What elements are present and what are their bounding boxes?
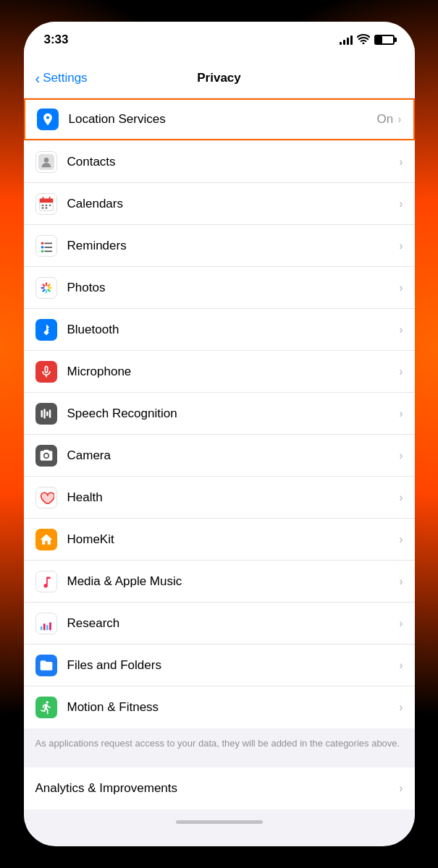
svg-line-26 — [43, 289, 44, 291]
contacts-label: Contacts — [67, 155, 400, 169]
back-button[interactable]: ‹ Settings — [35, 71, 88, 85]
files-chevron-icon: › — [399, 659, 403, 672]
svg-point-1 — [43, 158, 48, 162]
svg-point-16 — [41, 250, 43, 252]
content-scroll[interactable]: Location Services On › Contacts — [24, 98, 415, 846]
contacts-icon — [35, 151, 57, 173]
speech-recognition-chevron-icon: › — [399, 407, 403, 420]
research-row[interactable]: Research › — [24, 603, 415, 644]
microphone-label: Microphone — [67, 365, 400, 379]
contacts-row[interactable]: Contacts › — [24, 141, 415, 183]
svg-line-28 — [43, 284, 44, 286]
back-chevron-icon: ‹ — [35, 71, 41, 85]
music-row[interactable]: Media & Apple Music › — [24, 561, 415, 603]
svg-point-14 — [41, 242, 43, 244]
photos-row[interactable]: Photos › — [24, 267, 415, 309]
research-icon — [35, 613, 57, 634]
location-icon — [37, 109, 59, 130]
speech-recognition-icon — [35, 403, 57, 425]
svg-rect-5 — [39, 198, 52, 201]
files-label: Files and Folders — [67, 658, 400, 673]
health-icon — [35, 487, 57, 509]
reminders-label: Reminders — [67, 239, 400, 253]
reminders-icon — [35, 235, 57, 257]
homekit-label: HomeKit — [67, 532, 400, 547]
bluetooth-label: Bluetooth — [67, 323, 400, 337]
analytics-chevron-icon: › — [399, 782, 403, 795]
status-time: 3:33 — [44, 33, 69, 47]
svg-rect-30 — [43, 409, 46, 418]
files-icon — [35, 655, 57, 676]
svg-rect-29 — [41, 410, 43, 417]
music-icon — [35, 571, 57, 592]
homekit-icon — [35, 529, 57, 550]
calendars-chevron-icon: › — [399, 197, 403, 210]
svg-rect-31 — [46, 411, 49, 416]
fitness-label: Motion & Fitness — [67, 700, 400, 715]
camera-row[interactable]: Camera › — [24, 435, 415, 477]
location-services-value: On — [376, 112, 393, 127]
health-label: Health — [67, 490, 400, 505]
research-label: Research — [67, 616, 400, 631]
homekit-chevron-icon: › — [399, 533, 403, 546]
nav-title: Privacy — [197, 71, 241, 85]
phone-frame: 3:33 — [0, 0, 438, 868]
photos-chevron-icon: › — [399, 281, 403, 294]
reminders-row[interactable]: Reminders › — [24, 225, 415, 267]
nav-bar: ‹ Settings Privacy — [24, 58, 415, 98]
svg-rect-20 — [38, 280, 54, 296]
svg-rect-38 — [46, 624, 49, 629]
battery-icon — [374, 35, 395, 45]
calendars-row[interactable]: Calendars › — [24, 183, 415, 225]
files-row[interactable]: Files and Folders › — [24, 644, 415, 686]
status-bar: 3:33 — [24, 22, 415, 58]
svg-rect-36 — [40, 626, 42, 630]
camera-icon — [35, 445, 57, 467]
microphone-row[interactable]: Microphone › — [24, 351, 415, 393]
music-chevron-icon: › — [399, 575, 403, 588]
svg-rect-9 — [45, 204, 47, 205]
svg-rect-37 — [43, 624, 45, 630]
fitness-icon — [35, 697, 57, 718]
research-chevron-icon: › — [399, 617, 403, 630]
svg-line-22 — [48, 284, 49, 286]
photos-label: Photos — [67, 281, 400, 295]
bluetooth-row[interactable]: Bluetooth › — [24, 309, 415, 351]
footer-description: As applications request access to your d… — [35, 738, 400, 749]
svg-rect-12 — [45, 207, 47, 208]
bluetooth-icon — [35, 319, 57, 341]
home-indicator — [24, 809, 415, 834]
footer-text: As applications request access to your d… — [24, 728, 415, 762]
settings-list: Contacts › — [24, 141, 415, 728]
health-row[interactable]: Health › — [24, 477, 415, 519]
location-services-row[interactable]: Location Services On › — [24, 98, 415, 140]
svg-rect-11 — [41, 207, 43, 208]
health-chevron-icon: › — [399, 491, 403, 504]
back-label: Settings — [43, 71, 87, 85]
calendars-icon — [35, 193, 57, 215]
analytics-label: Analytics & Improvements — [35, 781, 400, 796]
location-chevron-icon: › — [397, 113, 401, 126]
camera-chevron-icon: › — [399, 449, 403, 462]
home-bar — [176, 820, 263, 824]
reminders-chevron-icon: › — [399, 239, 403, 252]
svg-line-24 — [48, 289, 49, 291]
screen: 3:33 — [24, 22, 415, 846]
wifi-icon — [357, 34, 370, 46]
homekit-row[interactable]: HomeKit › — [24, 519, 415, 561]
svg-rect-10 — [49, 204, 51, 205]
photos-icon — [35, 277, 57, 299]
speech-recognition-row[interactable]: Speech Recognition › — [24, 393, 415, 435]
svg-rect-32 — [49, 409, 51, 418]
music-label: Media & Apple Music — [67, 574, 400, 589]
fitness-chevron-icon: › — [399, 701, 403, 714]
bluetooth-chevron-icon: › — [399, 323, 403, 336]
microphone-chevron-icon: › — [399, 365, 403, 378]
microphone-icon — [35, 361, 57, 383]
analytics-row[interactable]: Analytics & Improvements › — [24, 767, 415, 809]
status-icons — [340, 34, 395, 46]
svg-point-15 — [41, 246, 43, 249]
camera-label: Camera — [67, 448, 400, 463]
fitness-row[interactable]: Motion & Fitness › — [24, 686, 415, 728]
location-services-label: Location Services — [69, 112, 377, 127]
